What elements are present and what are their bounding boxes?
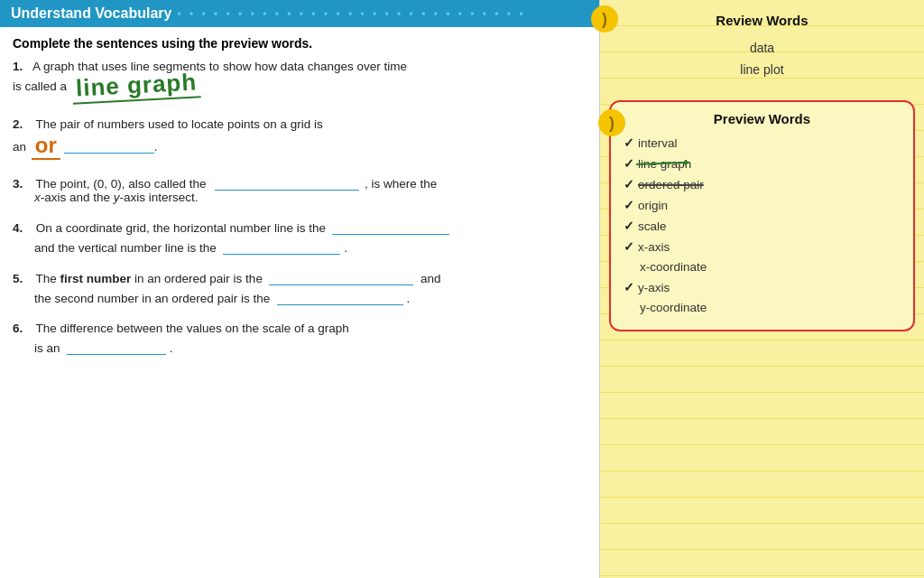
q4-blank2[interactable] [223,240,340,255]
questions-container: 1. A graph that uses line segments to sh… [0,56,599,355]
q6-period: . [170,341,173,355]
header-dots: • • • • • • • • • • • • • • • • • • • • … [177,7,525,20]
preview-word-ycoord: y-coordinate [624,301,901,314]
question-5: 5. The first number in an ordered pair i… [13,271,587,305]
preview-header: Preview Words [624,111,901,126]
check-origin: ✓ [624,198,634,212]
q5-period: . [406,292,410,305]
q6-number: 6. [13,322,32,335]
preview-words-box: ) Preview Words ✓ interval ✓ line graph … [609,100,915,331]
section-title: Understand Vocabulary [11,5,171,22]
linegraph-arrow [636,157,695,170]
preview-word-interval: ✓ interval [624,135,901,150]
word-ycoord: y-coordinate [640,301,707,314]
word-yaxis: y-axis [638,281,670,294]
q5-blank1[interactable] [269,271,413,285]
q2-period: . [154,140,158,154]
word-interval: interval [638,136,678,150]
question-1: 1. A graph that uses line segments to sh… [13,60,587,101]
q6-text2: is an [34,341,63,355]
q5-text1: The first number in an ordered pair is t… [36,272,266,285]
q4-number: 4. [13,221,32,235]
q2-row1: 2. The pair of numbers used to locate po… [13,117,587,131]
q2-answer: or [32,133,60,160]
q3-row2: x-axis and the y-axis intersect. [13,191,587,204]
check-orderedpair: ✓ [624,177,634,191]
q2-text: The pair of numbers used to locate point… [36,117,323,131]
review-icon: ) [591,5,618,33]
q5-row2: the second number in an ordered pair is … [13,291,587,305]
review-header: Review Words [614,9,910,28]
q1-row2: is called a line graph [13,71,587,101]
preview-word-xaxis: ✓ x-axis [624,239,901,254]
q2-prefix: an [13,140,30,154]
preview-word-origin: ✓ origin [624,198,901,212]
q3-text2: , is where the [365,177,437,191]
q1-text: A graph that uses line segments to show … [32,60,407,73]
preview-word-linegraph: ✓ line graph [624,156,901,171]
q3-text3: x-axis and the y-axis intersect. [34,191,199,204]
q6-blank[interactable] [67,340,166,355]
question-4: 4. On a coordinate grid, the horizontal … [13,220,587,255]
q2-number: 2. [13,117,32,131]
q6-text1: The difference between the values on the… [36,322,349,335]
q5-text2: the second number in an ordered pair is … [34,292,273,305]
word-origin: origin [638,199,668,212]
question-2: 2. The pair of numbers used to locate po… [13,117,587,160]
preview-icon: ) [598,109,625,136]
q6-row2: is an . [13,340,587,355]
review-word-data: data [614,41,910,55]
check-scale: ✓ [624,219,634,233]
review-words-section: ) Review Words data line plot [600,0,924,93]
left-panel: Understand Vocabulary • • • • • • • • • … [0,0,600,578]
check-interval: ✓ [624,135,634,150]
q5-blank2[interactable] [277,291,403,305]
q4-text1: On a coordinate grid, the horizontal num… [36,221,329,235]
q4-row1: 4. On a coordinate grid, the horizontal … [13,220,587,235]
q3-row1: 3. The point, (0, 0), also called the , … [13,176,587,191]
q3-number: 3. [13,177,32,191]
q3-text1: The point, (0, 0), also called the [36,177,210,191]
preview-word-yaxis: ✓ y-axis [624,280,901,294]
word-xcoord: x-coordinate [640,260,707,274]
question-3: 3. The point, (0, 0), also called the , … [13,176,587,204]
word-xaxis: x-axis [638,240,670,254]
q1-answer: line graph [71,68,201,104]
q2-blank[interactable] [64,139,154,154]
section-header: Understand Vocabulary • • • • • • • • • … [0,0,599,27]
svg-marker-1 [684,160,690,165]
q4-text2: and the vertical number line is the [34,241,220,255]
check-xaxis: ✓ [624,239,634,254]
word-linegraph: line graph [638,157,691,171]
q2-row2: an or . [13,133,587,160]
question-6: 6. The difference between the values on … [13,322,587,355]
instruction-text: Complete the sentences using the preview… [0,27,599,56]
preview-word-scale: ✓ scale [624,219,901,233]
q1-number: 1. [13,60,32,73]
word-scale: scale [638,219,667,233]
check-linegraph: ✓ [624,156,634,171]
review-word-lineplot: line plot [614,62,910,77]
svg-line-0 [636,163,686,164]
right-panel: ) Review Words data line plot ) Preview … [600,0,924,578]
q3-blank[interactable] [215,176,359,191]
q4-blank1[interactable] [332,220,449,235]
q5-and: and [417,272,440,285]
q5-row1: 5. The first number in an ordered pair i… [13,271,587,285]
check-yaxis: ✓ [624,280,634,294]
q4-period: . [344,241,347,255]
q5-number: 5. [13,272,32,285]
preview-word-xcoord: x-coordinate [624,260,901,274]
q4-row2: and the vertical number line is the . [13,240,587,255]
preview-word-orderedpair: ✓ ordered pair [624,177,901,191]
q1-text2: is called a [13,79,70,93]
q6-row1: 6. The difference between the values on … [13,322,587,335]
word-orderedpair: ordered pair [638,178,704,191]
